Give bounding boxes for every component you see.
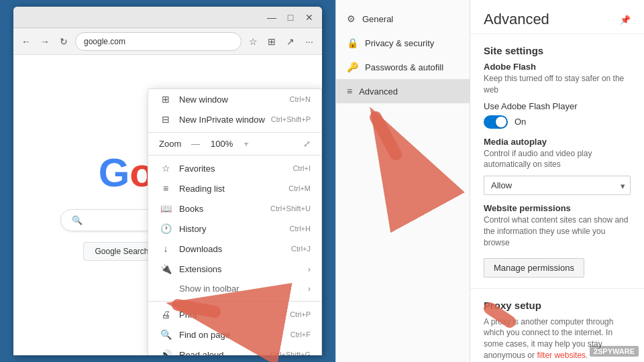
privacy-icon: 🔒 (347, 38, 358, 48)
address-bar-row: ← → ↻ ☆ ⊞ ↗ ··· (13, 28, 322, 55)
general-icon: ⚙ (347, 13, 356, 24)
extensions-icon: 🔌 (159, 263, 172, 274)
menu-history[interactable]: 🕐 History Ctrl+H (148, 219, 321, 239)
address-input[interactable] (75, 32, 241, 51)
menu-new-window[interactable]: ⊞ New window Ctrl+N (148, 89, 321, 109)
settings-sidebar: ⚙ General 🔒 Privacy & security 🔑 Passwor… (336, 0, 470, 362)
menu-new-inprivate[interactable]: ⊟ New InPrivate window Ctrl+Shift+P (148, 109, 321, 129)
menu-downloads[interactable]: ↓ Downloads Ctrl+J (148, 239, 321, 259)
menu-icon[interactable]: ··· (302, 34, 317, 49)
browser-content: Google 🔍 Google Search I'm Feeling Lucky… (13, 55, 322, 355)
downloads-icon: ↓ (159, 243, 172, 254)
collections-icon[interactable]: ⊞ (264, 34, 279, 49)
settings-title: Advanced (484, 11, 549, 28)
adobe-flash-item: Adobe Flash Keep this turned off to stay… (484, 62, 631, 129)
maximize-button[interactable]: □ (283, 10, 298, 25)
inprivate-icon: ⊟ (159, 114, 172, 125)
media-autoplay-select[interactable]: Allow Limit Block (484, 176, 631, 195)
website-permissions-title: Website permissions (484, 203, 631, 213)
menu-find-on-page[interactable]: 🔍 Find on page Ctrl+F (148, 324, 321, 345)
books-icon: 📖 (159, 203, 172, 214)
settings-header: Advanced 📌 (470, 0, 644, 34)
menu-print[interactable]: 🖨 Print Ctrl+P (148, 304, 321, 324)
zoom-row: Zoom — 100% + ⤢ (148, 135, 321, 152)
media-autoplay-desc: Control if audio and video play automati… (484, 148, 631, 171)
media-autoplay-select-wrapper: Allow Limit Block (484, 176, 631, 195)
site-settings-title: Site settings (484, 45, 631, 56)
sidebar-item-general[interactable]: ⚙ General (336, 7, 470, 31)
settings-content: Advanced 📌 Site settings Adobe Flash Kee… (470, 0, 644, 362)
share-icon[interactable]: ↗ (283, 34, 298, 49)
menu-show-toolbar[interactable]: Show in toolbar › (148, 279, 321, 298)
site-settings-section: Site settings Adobe Flash Keep this turn… (470, 34, 644, 289)
menu-books[interactable]: 📖 Books Ctrl+Shift+U (148, 198, 321, 219)
passwords-icon: 🔑 (347, 62, 358, 72)
media-autoplay-title: Media autoplay (484, 137, 631, 147)
read-aloud-icon: 🔊 (159, 349, 172, 355)
browser-window: — □ ✕ ← → ↻ ☆ ⊞ ↗ ··· Google 🔍 Google Se… (13, 7, 322, 355)
print-icon: 🖨 (159, 309, 172, 320)
favorites-menu-icon: ☆ (159, 163, 172, 174)
sidebar-item-passwords[interactable]: 🔑 Passwords & autofill (336, 55, 470, 79)
menu-extensions[interactable]: 🔌 Extensions › (148, 259, 321, 279)
forward-icon[interactable]: → (38, 34, 52, 49)
find-icon: 🔍 (159, 329, 172, 340)
menu-read-aloud[interactable]: 🔊 Read aloud Ctrl+Shift+G (148, 345, 321, 355)
adobe-flash-sub: Use Adobe Flash Player (484, 101, 631, 111)
favorites-icon[interactable]: ☆ (246, 34, 260, 49)
history-icon: 🕐 (159, 223, 172, 234)
adobe-flash-toggle-label: On (515, 117, 526, 127)
proxy-setup-title: Proxy setup (484, 300, 631, 311)
sidebar-item-advanced[interactable]: ≡ Advanced (336, 79, 470, 103)
close-button[interactable]: ✕ (302, 10, 317, 25)
back-icon[interactable]: ← (19, 34, 34, 49)
adobe-flash-desc: Keep this turned off to stay safer on th… (484, 73, 631, 96)
separator-1 (148, 132, 321, 133)
minimize-button[interactable]: — (264, 10, 279, 25)
adobe-flash-toggle-row: On (484, 115, 631, 129)
separator-2 (148, 155, 321, 156)
settings-panel: ⚙ General 🔒 Privacy & security 🔑 Passwor… (335, 0, 644, 362)
adobe-flash-toggle[interactable] (484, 115, 508, 129)
watermark: 2SPYWARE (590, 346, 639, 357)
advanced-icon: ≡ (347, 86, 352, 97)
context-menu: ⊞ New window Ctrl+N ⊟ New InPrivate wind… (148, 88, 322, 355)
website-permissions-item: Website permissions Control what content… (484, 203, 631, 277)
menu-favorites[interactable]: ☆ Favorites Ctrl+I (148, 158, 321, 178)
title-bar: — □ ✕ (13, 7, 322, 28)
manage-permissions-button[interactable]: Manage permissions (484, 258, 584, 278)
adobe-flash-title: Adobe Flash (484, 62, 631, 72)
settings-pin-icon[interactable]: 📌 (620, 15, 631, 25)
menu-reading-list[interactable]: ≡ Reading list Ctrl+M (148, 178, 321, 198)
new-window-icon: ⊞ (159, 94, 172, 105)
refresh-icon[interactable]: ↻ (56, 34, 71, 49)
reading-list-icon: ≡ (159, 183, 172, 194)
media-autoplay-item: Media autoplay Control if audio and vide… (484, 137, 631, 196)
sidebar-item-privacy[interactable]: 🔒 Privacy & security (336, 31, 470, 55)
website-permissions-desc: Control what content sites can show and … (484, 215, 631, 248)
separator-3 (148, 301, 321, 302)
